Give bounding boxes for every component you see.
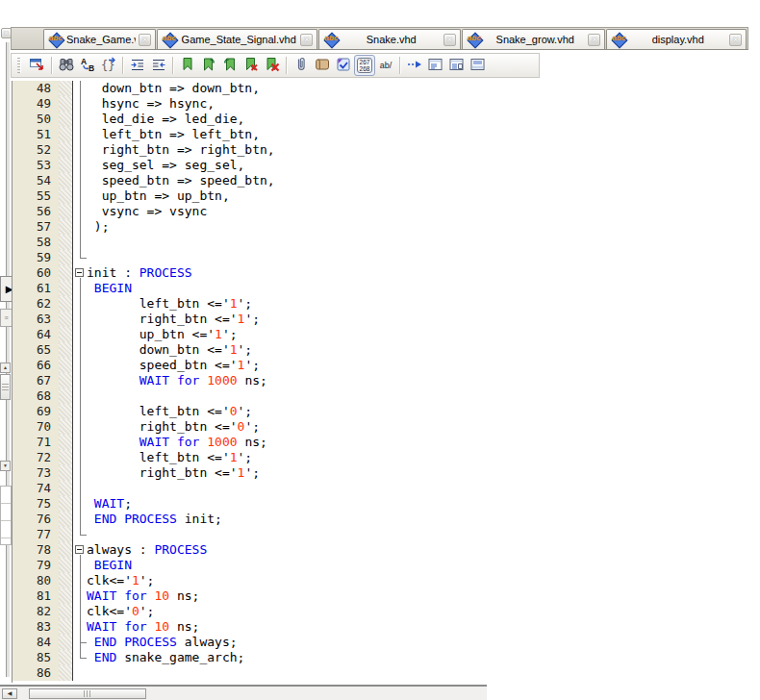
code-line[interactable]: 53 seg_sel => seg_sel, [13,158,760,173]
code-line[interactable]: 78always : PROCESS [13,542,760,558]
show-source-window-button[interactable] [27,55,48,76]
code-line[interactable]: 56 vsync => vsync [13,204,760,219]
show-pane-corner-button[interactable] [446,55,468,76]
breakpoint-margin[interactable] [59,204,72,219]
tab-close-icon[interactable]: ✕ [443,34,456,46]
tab-close-icon[interactable]: ✕ [588,34,600,46]
breakpoint-margin[interactable] [59,127,72,142]
breakpoint-margin[interactable] [59,496,72,512]
line-number[interactable]: 64 [13,327,59,342]
toolbar-drag-handle[interactable] [17,58,21,73]
breakpoint-margin[interactable] [59,450,72,465]
line-number[interactable]: 86 [13,665,59,681]
breakpoint-margin[interactable] [59,558,72,573]
line-number[interactable]: 59 [13,250,59,265]
code-line[interactable]: 65 down_btn <='1'; [13,342,760,358]
bookmark-previous-button[interactable] [219,55,241,76]
line-numbers-toggle-button[interactable]: 267268 [354,55,375,76]
code-line[interactable]: 57 ); [13,219,760,235]
find-button[interactable] [56,55,77,76]
breakpoint-margin[interactable] [59,388,72,404]
code-line[interactable]: 73 right_btn <='1'; [13,465,760,481]
breakpoint-margin[interactable] [59,650,72,665]
show-pane-bottom-button[interactable] [468,55,489,76]
line-number[interactable]: 81 [13,588,59,604]
line-number[interactable]: 75 [13,496,59,512]
fold-collapse-box[interactable] [72,265,87,281]
breakpoint-margin[interactable] [59,635,72,650]
breakpoint-margin[interactable] [59,96,72,112]
replace-button[interactable]: AB [77,55,98,76]
line-number[interactable]: 60 [13,265,59,281]
breakpoint-margin[interactable] [59,327,72,342]
breakpoint-margin[interactable] [59,404,72,419]
breakpoint-margin[interactable] [59,296,72,312]
code-line[interactable]: 84 END PROCESS always; [13,635,760,650]
breakpoint-margin[interactable] [59,435,72,450]
horizontal-scrollbar[interactable]: ◀ [0,685,487,700]
tab-snake-vhd[interactable]: abcSnake.vhd✕ [318,29,461,49]
tab-game-state-signal-vhd[interactable]: abcGame_State_Signal.vhd✕ [157,29,317,49]
breakpoint-margin[interactable] [59,512,72,527]
breakpoint-margin[interactable] [59,419,72,435]
bookmark-next-button[interactable] [198,55,219,76]
breakpoint-margin[interactable] [59,188,72,204]
code-line[interactable]: 77 [13,527,760,542]
breakpoint-margin[interactable] [59,81,72,96]
code-line[interactable]: 82clk<='0'; [13,604,760,619]
code-line[interactable]: 79 BEGIN [13,558,760,573]
tab-close-icon[interactable]: ✕ [139,34,151,46]
breakpoint-margin[interactable] [59,142,72,158]
line-number[interactable]: 74 [13,481,59,496]
line-number[interactable]: 71 [13,435,59,450]
tab-snake-grow-vhd[interactable]: abcSnake_grow.vhd✕ [462,29,606,49]
line-number[interactable]: 52 [13,142,59,158]
code-line[interactable]: 55 up_btn => up_btn, [13,188,760,204]
code-line[interactable]: 51 left_btn => left_btn, [13,127,760,142]
tab-snake-game-vhd[interactable]: abcSnake_Game.vhd✕ [43,29,156,49]
line-number[interactable]: 85 [13,650,59,665]
check-syntax-button[interactable] [333,55,354,76]
bookmark-delete-button[interactable] [241,55,262,76]
line-number[interactable]: 68 [13,388,59,404]
line-number[interactable]: 77 [13,527,59,542]
line-number[interactable]: 55 [13,188,59,204]
code-line[interactable]: 68 [13,388,760,404]
breakpoint-margin[interactable] [59,250,72,265]
code-line[interactable]: 86 [13,665,760,681]
line-number[interactable]: 58 [13,235,59,250]
code-line[interactable]: 74 [13,481,760,496]
tab-close-icon[interactable]: ✕ [300,34,313,46]
line-number[interactable]: 67 [13,373,59,388]
breakpoint-margin[interactable] [59,358,72,373]
trace-button[interactable] [404,55,425,76]
code-line[interactable]: 80clk<='1'; [13,573,760,588]
scroll-up-icon[interactable]: ▲ [0,362,11,373]
breakpoint-margin[interactable] [59,312,72,327]
line-number[interactable]: 53 [13,158,59,173]
tab-close-icon[interactable]: ✕ [729,34,742,46]
code-line[interactable]: 63 right_btn <='1'; [13,312,760,327]
line-number[interactable]: 54 [13,173,59,188]
code-line[interactable]: 52 right_btn => right_btn, [13,142,760,158]
line-number[interactable]: 56 [13,204,59,219]
code-line[interactable]: 72 left_btn <='1'; [13,450,760,465]
breakpoint-margin[interactable] [59,542,72,558]
scroll-down-icon[interactable]: ▼ [0,461,11,471]
breakpoint-margin[interactable] [59,481,72,496]
pane-splitter[interactable] [6,42,11,677]
line-number[interactable]: 62 [13,296,59,312]
breakpoint-margin[interactable] [59,373,72,388]
code-line[interactable]: 69 left_btn <='0'; [13,404,760,419]
line-number[interactable]: 57 [13,219,59,235]
line-number[interactable]: 51 [13,127,59,142]
line-number[interactable]: 83 [13,619,59,635]
horizontal-scrollbar-thumb[interactable] [29,688,146,699]
indent-increase-button[interactable] [127,55,148,76]
code-line[interactable]: 58 [13,235,760,250]
attachment-button[interactable] [291,55,312,76]
code-line[interactable]: 50 led_die => led_die, [13,112,760,127]
line-number[interactable]: 72 [13,450,59,465]
breakpoint-margin[interactable] [59,342,72,358]
code-line[interactable]: 48 down_btn => down_btn, [13,81,760,96]
